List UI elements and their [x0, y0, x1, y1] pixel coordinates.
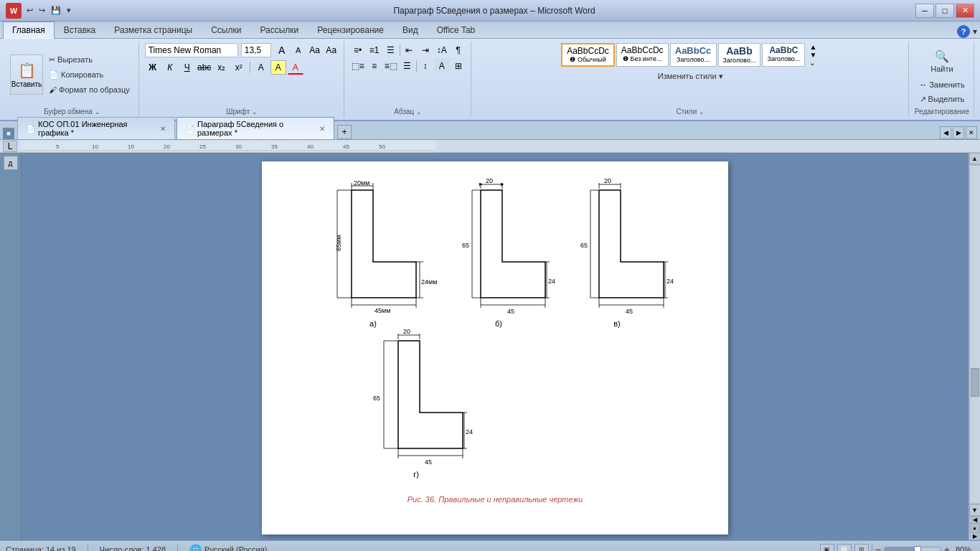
bullets-button[interactable]: ≡• — [350, 43, 366, 57]
numbering-button[interactable]: ≡1 — [367, 43, 382, 57]
change-styles-button[interactable]: Изменить стили ▾ — [654, 70, 727, 83]
ruler-toggle[interactable]: L — [3, 141, 17, 152]
align-left-button[interactable]: ⬚≡ — [350, 59, 366, 73]
minimize-button[interactable]: ─ — [915, 4, 934, 18]
paragraph-label: Абзац ⌄ — [394, 106, 422, 116]
zoom-in-button[interactable]: + — [944, 544, 950, 552]
undo-button[interactable]: ↩ — [24, 4, 35, 17]
text-effects-button[interactable]: А — [253, 60, 269, 75]
language-indicator[interactable]: 🌐 Русский (Россия) — [189, 544, 267, 552]
help-button[interactable]: ? — [957, 25, 970, 38]
clear-format-button[interactable]: Aa — [307, 43, 323, 57]
decrease-indent-button[interactable]: ⇤ — [401, 43, 417, 57]
justify-button[interactable]: ☰ — [400, 59, 415, 73]
superscript-button[interactable]: x² — [231, 60, 247, 75]
underline-button[interactable]: Ч — [179, 60, 195, 75]
zoom-slider[interactable] — [884, 547, 941, 552]
tab-scroll-right[interactable]: ▶ — [953, 126, 964, 139]
font-color-button[interactable]: A — [288, 60, 303, 75]
view-reading-button[interactable]: 📖 — [837, 544, 852, 552]
styles-scroll-up[interactable]: ▲ — [809, 43, 816, 51]
figure-b: 20 65 24 45 б — [462, 177, 555, 328]
styles-scroll-down[interactable]: ▼ — [809, 51, 816, 59]
increase-indent-button[interactable]: ⇥ — [418, 43, 433, 57]
italic-button[interactable]: К — [162, 60, 178, 75]
maximize-button[interactable]: □ — [936, 4, 954, 18]
ribbon-collapse-button[interactable]: ▾ — [973, 27, 977, 37]
tab-view[interactable]: Вид — [393, 22, 428, 38]
doc-tab-2-close[interactable]: ✕ — [319, 125, 325, 133]
cut-button[interactable]: ✂ Вырезать — [44, 53, 134, 67]
vertical-scrollbar[interactable]: ▲ ▼ ◀ ● ▶ — [969, 153, 980, 540]
font-grow-button[interactable]: A — [274, 43, 290, 57]
tab-insert[interactable]: Вставка — [55, 22, 105, 38]
style-heading3[interactable]: AaBbC Заголово... — [762, 43, 805, 67]
doc-tab-1-close[interactable]: ✕ — [160, 125, 166, 133]
scroll-down-button[interactable]: ▼ — [969, 504, 981, 516]
select-button[interactable]: ↗ Выделить — [915, 93, 969, 106]
line-spacing-button[interactable]: ↕ — [418, 59, 433, 73]
align-right-button[interactable]: ≡⬚ — [383, 59, 399, 73]
prev-page-button[interactable]: ◀ — [970, 516, 980, 523]
svg-text:45: 45 — [626, 308, 633, 315]
view-layout-button[interactable]: ⊞ — [854, 544, 869, 552]
next-page-button[interactable]: ▶ — [970, 533, 980, 540]
doc-tab-1[interactable]: 📄 КОС ОП.01 Инженерная графика * ✕ — [17, 117, 175, 139]
zoom-thumb[interactable] — [914, 546, 921, 552]
shading-button[interactable]: A — [434, 59, 450, 73]
replace-button[interactable]: ↔ Заменить — [915, 78, 969, 91]
scroll-track[interactable] — [970, 166, 980, 503]
style-normal[interactable]: AaBbCcDc ❶ Обычный — [561, 43, 615, 67]
zoom-out-button[interactable]: − — [875, 544, 881, 552]
zoom-level[interactable]: 80% — [953, 545, 974, 552]
figure-d: 20 65 24 45 г — [373, 328, 473, 479]
tab-references[interactable]: Ссылки — [202, 22, 250, 38]
svg-text:45: 45 — [343, 143, 349, 150]
tab-mailings[interactable]: Рассылки — [250, 22, 308, 38]
style-heading2[interactable]: AaBb Заголово... — [718, 43, 761, 67]
doc-tab-2[interactable]: 📄 Параграф 5Сведения о размерах * ✕ — [176, 117, 334, 139]
scroll-up-button[interactable]: ▲ — [969, 153, 981, 164]
save-button[interactable]: 💾 — [49, 4, 63, 17]
styles-more-button[interactable]: ⌄ — [809, 59, 816, 67]
find-button[interactable]: 🔍 Найти — [925, 46, 958, 77]
tab-scroll-left[interactable]: ◀ — [940, 126, 951, 139]
font-case-button[interactable]: Аа — [324, 43, 339, 57]
style-heading1[interactable]: AaBbCc Заголово... — [670, 43, 717, 67]
font-name-box[interactable]: Times New Roman — [145, 43, 238, 57]
ribbon-group-editing: 🔍 Найти ↔ Заменить ↗ Выделить Редактиров… — [910, 42, 974, 117]
strikethrough-button[interactable]: abc — [197, 60, 212, 75]
tab-office-tab[interactable]: Office Tab — [428, 22, 485, 38]
ribbon: Главная Вставка Разметка страницы Ссылки… — [0, 22, 980, 121]
close-button[interactable]: ✕ — [956, 4, 974, 18]
format-painter-button[interactable]: 🖌 Формат по образцу — [44, 83, 134, 96]
select-browse-button[interactable]: ● — [970, 523, 980, 533]
tab-page-layout[interactable]: Разметка страницы — [105, 22, 202, 38]
font-label: Шрифт ⌄ — [226, 106, 258, 116]
sort-button[interactable]: ↕A — [434, 43, 450, 57]
tab-close-all[interactable]: ✕ — [966, 126, 977, 139]
highlight-button[interactable]: A — [270, 60, 286, 75]
editing-label: Редактирование — [915, 106, 969, 116]
tab-review[interactable]: Рецензирование — [308, 22, 393, 38]
font-shrink-button[interactable]: A — [291, 43, 306, 57]
copy-button[interactable]: 📄 Копировать — [44, 68, 134, 82]
multilevel-list-button[interactable]: ☰ — [383, 43, 399, 57]
dropdown-arrow[interactable]: ▾ — [65, 4, 73, 17]
style-no-spacing[interactable]: AaBbCcDc ❶ Без инте... — [616, 43, 669, 67]
font-size-box[interactable]: 13,5 — [241, 43, 271, 57]
new-tab-button[interactable]: + — [337, 125, 352, 139]
subscript-button[interactable]: x₂ — [214, 60, 230, 75]
section-mark[interactable]: д — [4, 156, 18, 170]
ribbon-group-clipboard: 📋 Вставить ✂ Вырезать 📄 Копировать 🖌 Фор… — [6, 42, 139, 117]
borders-button[interactable]: ⊞ — [451, 59, 466, 73]
paste-button[interactable]: 📋 Вставить — [10, 55, 43, 95]
doc-tab-2-label: Параграф 5Сведения о размерах * — [197, 120, 314, 137]
show-formatting-button[interactable]: ¶ — [451, 43, 466, 57]
align-center-button[interactable]: ≡ — [367, 59, 382, 73]
bold-button[interactable]: Ж — [145, 60, 161, 75]
tab-home[interactable]: Главная — [3, 22, 55, 39]
scroll-thumb[interactable] — [971, 368, 979, 397]
redo-button[interactable]: ↪ — [37, 4, 47, 17]
view-normal-button[interactable]: ▣ — [820, 544, 834, 552]
